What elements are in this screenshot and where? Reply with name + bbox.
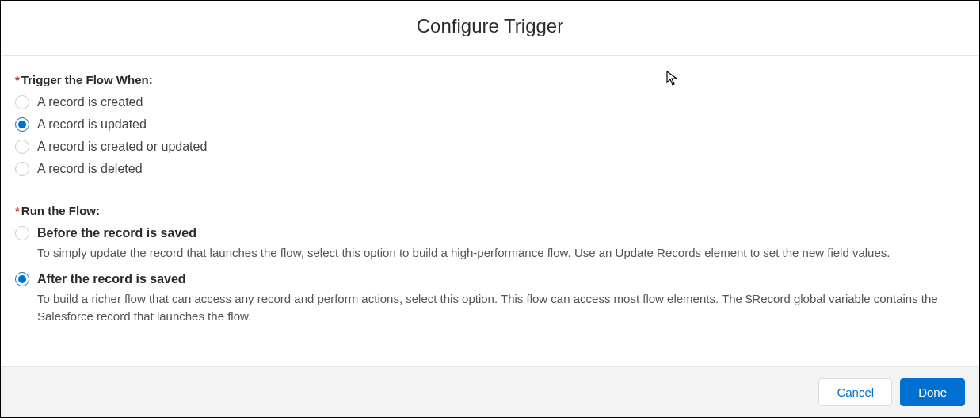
required-marker: *: [15, 73, 20, 86]
run-flow-group: Before the record is saved To simply upd…: [15, 224, 965, 330]
radio-label: A record is created or updated: [37, 138, 207, 155]
done-button[interactable]: Done: [900, 378, 965, 406]
modal-content: *Trigger the Flow When: A record is crea…: [1, 56, 979, 366]
radio-label: Before the record is saved: [37, 224, 196, 242]
radio-record-created[interactable]: A record is created: [15, 93, 965, 112]
radio-after-save[interactable]: After the record is saved: [15, 270, 965, 289]
radio-record-updated[interactable]: A record is updated: [15, 115, 965, 134]
page-title: Configure Trigger: [1, 15, 979, 37]
radio-description: To simply update the record that launche…: [37, 244, 965, 262]
modal-header: Configure Trigger: [1, 1, 979, 56]
radio-description: To build a richer flow that can access a…: [37, 290, 965, 325]
trigger-when-label-text: Trigger the Flow When:: [21, 73, 153, 86]
radio-label: A record is updated: [37, 116, 147, 133]
radio-label: A record is deleted: [37, 160, 143, 178]
radio-icon: [15, 95, 29, 109]
trigger-when-label: *Trigger the Flow When:: [15, 73, 965, 86]
radio-icon: [15, 162, 29, 176]
radio-record-created-or-updated[interactable]: A record is created or updated: [15, 137, 965, 156]
radio-label: A record is created: [37, 94, 143, 111]
radio-icon: [15, 117, 29, 132]
radio-icon: [15, 140, 29, 154]
run-flow-label: *Run the Flow:: [15, 204, 965, 217]
radio-icon: [15, 226, 29, 240]
radio-before-save[interactable]: Before the record is saved: [15, 224, 965, 243]
trigger-when-group: A record is created A record is updated …: [15, 93, 965, 178]
modal-footer: Cancel Done: [1, 366, 979, 417]
cancel-button[interactable]: Cancel: [818, 378, 892, 406]
radio-label: After the record is saved: [37, 270, 186, 288]
required-marker: *: [15, 204, 20, 217]
radio-record-deleted[interactable]: A record is deleted: [15, 159, 965, 178]
run-flow-label-text: Run the Flow:: [21, 204, 100, 217]
radio-icon: [15, 272, 29, 286]
